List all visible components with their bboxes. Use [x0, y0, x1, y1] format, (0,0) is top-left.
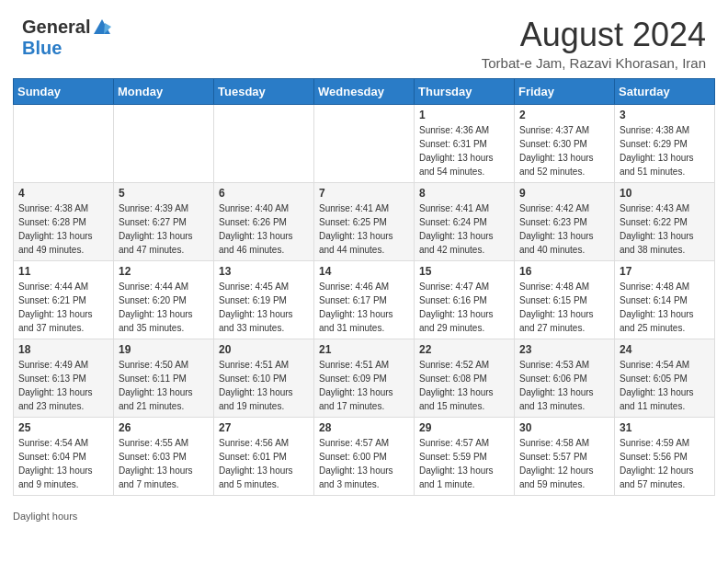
- day-info: Sunrise: 4:44 AMSunset: 6:20 PMDaylight:…: [119, 280, 209, 335]
- weekday-header-saturday: Saturday: [615, 78, 715, 104]
- weekday-header-wednesday: Wednesday: [314, 78, 415, 104]
- day-number: 22: [419, 343, 509, 356]
- calendar-header: SundayMondayTuesdayWednesdayThursdayFrid…: [14, 78, 715, 104]
- day-info: Sunrise: 4:41 AMSunset: 6:24 PMDaylight:…: [419, 201, 509, 257]
- calendar-body: 1Sunrise: 4:36 AMSunset: 6:31 PMDaylight…: [14, 104, 715, 495]
- calendar-cell: 19Sunrise: 4:50 AMSunset: 6:11 PMDayligh…: [114, 339, 214, 417]
- calendar-week-row: 11Sunrise: 4:44 AMSunset: 6:21 PMDayligh…: [14, 260, 715, 339]
- calendar-cell: 26Sunrise: 4:55 AMSunset: 6:03 PMDayligh…: [114, 417, 214, 495]
- calendar-cell: [114, 104, 214, 182]
- day-info: Sunrise: 4:42 AMSunset: 6:23 PMDaylight:…: [519, 201, 609, 257]
- calendar-cell: 10Sunrise: 4:43 AMSunset: 6:22 PMDayligh…: [615, 182, 715, 260]
- calendar-container: SundayMondayTuesdayWednesdayThursdayFrid…: [0, 78, 728, 505]
- day-number: 6: [219, 187, 309, 200]
- calendar-cell: 27Sunrise: 4:56 AMSunset: 6:01 PMDayligh…: [214, 417, 314, 495]
- calendar-cell: 11Sunrise: 4:44 AMSunset: 6:21 PMDayligh…: [14, 260, 114, 339]
- month-title: August 2024: [482, 17, 706, 53]
- day-number: 5: [119, 187, 209, 200]
- day-info: Sunrise: 4:57 AMSunset: 6:00 PMDaylight:…: [319, 436, 409, 491]
- calendar-cell: 15Sunrise: 4:47 AMSunset: 6:16 PMDayligh…: [415, 260, 515, 339]
- day-info: Sunrise: 4:54 AMSunset: 6:05 PMDaylight:…: [620, 358, 710, 413]
- day-number: 11: [18, 265, 108, 278]
- calendar-week-row: 25Sunrise: 4:54 AMSunset: 6:04 PMDayligh…: [14, 417, 715, 495]
- calendar-cell: 17Sunrise: 4:48 AMSunset: 6:14 PMDayligh…: [615, 260, 715, 339]
- weekday-header-sunday: Sunday: [14, 78, 114, 104]
- day-number: 8: [419, 187, 509, 200]
- header: General Blue August 2024 Torbat-e Jam, R…: [0, 0, 728, 78]
- calendar-cell: 22Sunrise: 4:52 AMSunset: 6:08 PMDayligh…: [415, 339, 515, 417]
- day-info: Sunrise: 4:49 AMSunset: 6:13 PMDaylight:…: [18, 358, 108, 413]
- calendar-cell: 31Sunrise: 4:59 AMSunset: 5:56 PMDayligh…: [615, 417, 715, 495]
- day-number: 31: [620, 421, 710, 434]
- day-info: Sunrise: 4:46 AMSunset: 6:17 PMDaylight:…: [319, 280, 409, 335]
- day-number: 20: [219, 343, 309, 356]
- weekday-header-monday: Monday: [114, 78, 214, 104]
- day-info: Sunrise: 4:58 AMSunset: 5:57 PMDaylight:…: [519, 436, 609, 491]
- calendar-week-row: 18Sunrise: 4:49 AMSunset: 6:13 PMDayligh…: [14, 339, 715, 417]
- day-number: 7: [319, 187, 409, 200]
- calendar-cell: 25Sunrise: 4:54 AMSunset: 6:04 PMDayligh…: [14, 417, 114, 495]
- day-number: 17: [620, 265, 710, 278]
- day-number: 10: [620, 187, 710, 200]
- logo: General Blue: [22, 17, 112, 59]
- calendar-cell: 20Sunrise: 4:51 AMSunset: 6:10 PMDayligh…: [214, 339, 314, 417]
- calendar-cell: 13Sunrise: 4:45 AMSunset: 6:19 PMDayligh…: [214, 260, 314, 339]
- calendar-cell: 12Sunrise: 4:44 AMSunset: 6:20 PMDayligh…: [114, 260, 214, 339]
- calendar-cell: 16Sunrise: 4:48 AMSunset: 6:15 PMDayligh…: [515, 260, 615, 339]
- daylight-hours-label: Daylight hours: [13, 511, 77, 522]
- day-number: 26: [119, 421, 209, 434]
- calendar-cell: [214, 104, 314, 182]
- day-number: 2: [519, 109, 609, 121]
- day-info: Sunrise: 4:45 AMSunset: 6:19 PMDaylight:…: [219, 280, 309, 335]
- day-info: Sunrise: 4:43 AMSunset: 6:22 PMDaylight:…: [620, 201, 710, 257]
- day-number: 23: [519, 343, 609, 356]
- day-number: 19: [119, 343, 209, 356]
- calendar-cell: 23Sunrise: 4:53 AMSunset: 6:06 PMDayligh…: [515, 339, 615, 417]
- day-info: Sunrise: 4:47 AMSunset: 6:16 PMDaylight:…: [419, 280, 509, 335]
- day-number: 18: [18, 343, 108, 356]
- calendar-cell: 21Sunrise: 4:51 AMSunset: 6:09 PMDayligh…: [314, 339, 415, 417]
- day-number: 14: [319, 265, 409, 278]
- weekday-header-thursday: Thursday: [415, 78, 515, 104]
- day-number: 24: [620, 343, 710, 356]
- day-number: 3: [620, 109, 710, 121]
- calendar-cell: [314, 104, 415, 182]
- day-number: 4: [18, 187, 108, 200]
- day-info: Sunrise: 4:51 AMSunset: 6:10 PMDaylight:…: [219, 358, 309, 413]
- day-number: 9: [519, 187, 609, 200]
- logo-blue-text: Blue: [22, 38, 62, 59]
- day-number: 1: [419, 109, 509, 121]
- calendar-cell: 29Sunrise: 4:57 AMSunset: 5:59 PMDayligh…: [415, 417, 515, 495]
- day-info: Sunrise: 4:52 AMSunset: 6:08 PMDaylight:…: [419, 358, 509, 413]
- calendar-cell: 1Sunrise: 4:36 AMSunset: 6:31 PMDaylight…: [415, 104, 515, 182]
- calendar-cell: 6Sunrise: 4:40 AMSunset: 6:26 PMDaylight…: [214, 182, 314, 260]
- day-number: 13: [219, 265, 309, 278]
- logo-icon: [92, 17, 112, 38]
- calendar-cell: 24Sunrise: 4:54 AMSunset: 6:05 PMDayligh…: [615, 339, 715, 417]
- day-info: Sunrise: 4:56 AMSunset: 6:01 PMDaylight:…: [219, 436, 309, 491]
- footer: Daylight hours: [0, 505, 728, 525]
- day-info: Sunrise: 4:38 AMSunset: 6:28 PMDaylight:…: [18, 201, 108, 257]
- calendar-cell: 8Sunrise: 4:41 AMSunset: 6:24 PMDaylight…: [415, 182, 515, 260]
- day-info: Sunrise: 4:59 AMSunset: 5:56 PMDaylight:…: [620, 436, 710, 491]
- day-number: 12: [119, 265, 209, 278]
- calendar-cell: 18Sunrise: 4:49 AMSunset: 6:13 PMDayligh…: [14, 339, 114, 417]
- day-info: Sunrise: 4:38 AMSunset: 6:29 PMDaylight:…: [620, 123, 710, 178]
- day-info: Sunrise: 4:48 AMSunset: 6:14 PMDaylight:…: [620, 280, 710, 335]
- day-info: Sunrise: 4:41 AMSunset: 6:25 PMDaylight:…: [319, 201, 409, 257]
- day-info: Sunrise: 4:36 AMSunset: 6:31 PMDaylight:…: [419, 123, 509, 178]
- day-number: 29: [419, 421, 509, 434]
- day-info: Sunrise: 4:54 AMSunset: 6:04 PMDaylight:…: [18, 436, 108, 491]
- day-info: Sunrise: 4:57 AMSunset: 5:59 PMDaylight:…: [419, 436, 509, 491]
- calendar-table: SundayMondayTuesdayWednesdayThursdayFrid…: [13, 78, 715, 496]
- calendar-cell: 30Sunrise: 4:58 AMSunset: 5:57 PMDayligh…: [515, 417, 615, 495]
- day-info: Sunrise: 4:48 AMSunset: 6:15 PMDaylight:…: [519, 280, 609, 335]
- calendar-week-row: 4Sunrise: 4:38 AMSunset: 6:28 PMDaylight…: [14, 182, 715, 260]
- calendar-cell: 3Sunrise: 4:38 AMSunset: 6:29 PMDaylight…: [615, 104, 715, 182]
- calendar-cell: 28Sunrise: 4:57 AMSunset: 6:00 PMDayligh…: [314, 417, 415, 495]
- day-number: 28: [319, 421, 409, 434]
- logo-general-text: General: [22, 17, 90, 38]
- calendar-cell: 9Sunrise: 4:42 AMSunset: 6:23 PMDaylight…: [515, 182, 615, 260]
- day-info: Sunrise: 4:44 AMSunset: 6:21 PMDaylight:…: [18, 280, 108, 335]
- day-number: 15: [419, 265, 509, 278]
